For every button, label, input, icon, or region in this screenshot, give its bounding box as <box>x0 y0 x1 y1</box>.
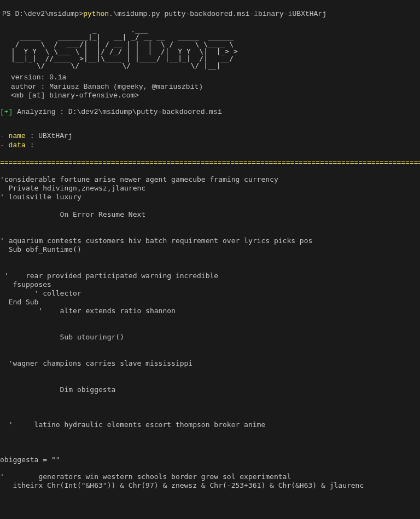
field-data-sep: : <box>26 141 34 149</box>
separator-line: ========================================… <box>0 159 420 168</box>
command-flag-l: -l <box>250 10 259 19</box>
field-data-line: - data : <box>0 141 420 150</box>
analyzing-line: [+] Analyzing : D:\dev2\msidump\putty-ba… <box>0 108 420 117</box>
field-data-label: data <box>9 141 26 149</box>
status-bracket: [+] <box>0 108 13 116</box>
terminal-prompt-line[interactable]: PS D:\dev2\msidump> python .\msidump.py … <box>0 10 420 19</box>
prompt-path: PS D:\dev2\msidump> <box>2 10 83 19</box>
field-name-line: - name : UBXtHArj <box>0 132 420 141</box>
command-arg-id: UBXtHArj <box>293 10 326 19</box>
command-arg-binary: binary <box>258 10 284 19</box>
command-script: .\msidump.py putty-backdoored.msi <box>109 10 249 19</box>
version-line: version: 0.1a <box>0 73 420 82</box>
dash-icon: - <box>0 141 9 149</box>
analyzing-text: Analyzing : D:\dev2\msidump\putty-backdo… <box>17 108 221 116</box>
field-name-sep: : <box>26 132 38 140</box>
ascii-banner: _ .___ _____ _______|_| __| _/ __ __ ___… <box>0 26 420 69</box>
command-flag-i: -i <box>284 10 293 19</box>
field-name-value: UBXtHArj <box>38 132 72 140</box>
dumped-code: 'considerable fortune arise newer agent … <box>0 175 420 490</box>
field-name-label: name <box>9 132 26 140</box>
author-line: author : Mariusz Banach (mgeeky, @marius… <box>0 83 420 91</box>
author-email-line: <mb [at] binary-offensive.com> <box>0 91 420 100</box>
command-python: python <box>83 10 109 19</box>
dash-icon: - <box>0 132 9 140</box>
